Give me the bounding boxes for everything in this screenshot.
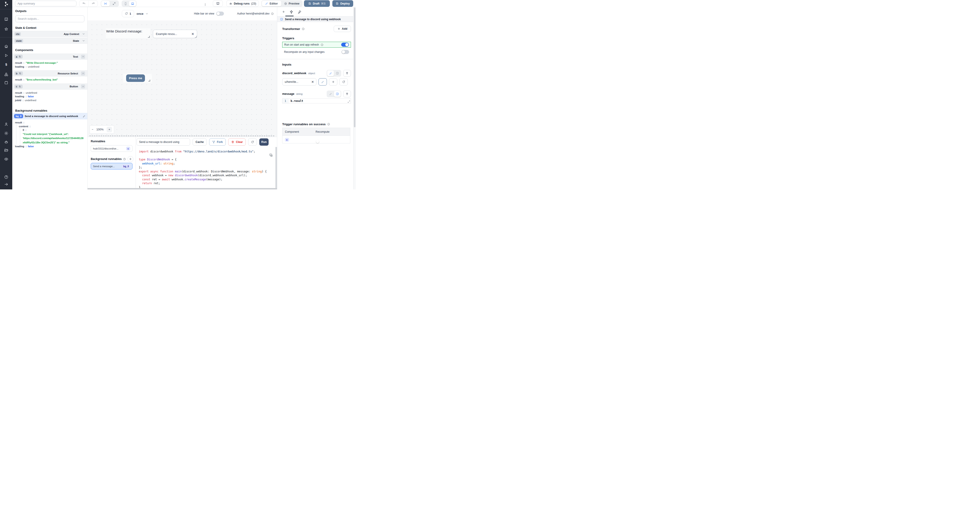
clear-x-icon[interactable]: ✕ <box>311 80 314 84</box>
run-mode-dropdown[interactable]: once <box>137 10 148 17</box>
refresh-count-button[interactable]: 1 <box>122 10 134 17</box>
draft-button[interactable]: Draft ⌘S <box>304 0 330 7</box>
add-resource-button[interactable] <box>329 78 337 86</box>
transformer-title: Transformer <box>282 27 300 30</box>
expression-editor[interactable]: 1 b.result <box>282 99 351 103</box>
docs-button[interactable] <box>213 0 223 7</box>
resource-picker[interactable]: u/henri/te... ✕ <box>282 78 317 86</box>
connect-input-button[interactable] <box>343 91 351 97</box>
component-header-b[interactable]: b Resource Select <box>12 70 88 76</box>
copy-code-icon[interactable] <box>269 153 273 157</box>
run-on-start-toggle[interactable] <box>341 43 349 47</box>
collapse-button[interactable] <box>81 72 85 76</box>
cubes-icon[interactable] <box>4 72 8 77</box>
recompute-toggle[interactable] <box>341 50 349 54</box>
mobile-view-button[interactable] <box>122 1 129 6</box>
hide-bar-toggle[interactable] <box>216 11 224 16</box>
author-label: Author henri@windmill.dev <box>237 12 269 15</box>
app-summary-input[interactable]: App summary <box>15 1 76 6</box>
input-name: message <box>282 92 294 95</box>
folder-icon[interactable] <box>4 148 8 153</box>
text-component-wrapper[interactable]: Write Discord message: <box>106 29 150 38</box>
fork-button[interactable]: Fork <box>209 138 226 146</box>
play-icon[interactable] <box>4 53 8 57</box>
windmill-app-editor: App summary Debug runs (23) Editor <box>0 0 356 189</box>
edit-resource-button[interactable] <box>318 78 327 86</box>
tab-editor[interactable]: Editor <box>262 1 281 6</box>
tab-add-component[interactable] <box>281 10 286 14</box>
resize-handle[interactable] <box>148 80 150 81</box>
chevron-down-icon[interactable] <box>82 39 85 42</box>
code-scrollbar[interactable] <box>275 147 277 188</box>
run-button[interactable]: Run <box>259 138 269 146</box>
refresh-resource-button[interactable] <box>339 78 348 86</box>
calendar-icon[interactable] <box>4 80 8 85</box>
building-icon[interactable] <box>4 17 8 21</box>
desktop-view-button[interactable] <box>129 1 136 6</box>
text-component[interactable]: Write Discord message: <box>106 29 150 33</box>
expand-editor-icon[interactable] <box>348 100 350 103</box>
clear-button[interactable]: Clear <box>228 138 246 146</box>
zoom-level: 100% <box>95 128 105 131</box>
clear-x-icon[interactable]: ✕ <box>191 32 194 36</box>
home-icon[interactable] <box>4 44 8 49</box>
tab-styling[interactable] <box>297 10 302 14</box>
search-outputs-input[interactable]: Search outputs... <box>15 16 84 22</box>
press-me-button[interactable]: Press me <box>126 75 145 82</box>
robot-icon[interactable] <box>4 140 8 144</box>
background-runnable-row[interactable]: bg_0 Send a message to discord using web… <box>12 113 88 119</box>
ctx-row[interactable]: ctx App Context <box>12 31 88 37</box>
resource-select-component[interactable]: Example resou... ✕ <box>153 30 197 38</box>
arrow-right-icon[interactable] <box>4 182 8 186</box>
static-mode-button[interactable] <box>327 70 334 76</box>
scrollbar-thumb[interactable] <box>354 8 355 127</box>
eye-icon[interactable] <box>4 157 8 161</box>
resource-picker-value: u/henri/te... <box>285 80 298 83</box>
chevron-down-icon[interactable] <box>82 32 85 35</box>
app-page[interactable]: Write Discord message: Example resou... … <box>89 22 274 136</box>
eval-mode-button[interactable]: f <box>334 70 341 76</box>
tab-component-settings[interactable] <box>289 10 294 14</box>
windmill-logo[interactable] <box>3 1 9 7</box>
state-row[interactable]: state State <box>12 38 88 44</box>
collapse-button[interactable] <box>81 55 85 59</box>
zoom-out-button[interactable]: − <box>92 128 93 131</box>
add-background-runnable-button[interactable] <box>127 156 134 162</box>
collapse-button[interactable] <box>81 84 85 89</box>
reload-button[interactable] <box>248 138 257 146</box>
bg0-label: Send a message to discord using webhook <box>25 115 81 118</box>
debug-runs-button[interactable]: Debug runs (23) <box>226 0 259 7</box>
eval-mode-button[interactable]: f <box>334 91 341 97</box>
component-header-a[interactable]: a Text <box>12 54 88 60</box>
star-icon[interactable] <box>4 27 8 31</box>
info-icon <box>302 27 305 30</box>
dollar-icon[interactable]: $ <box>4 62 8 67</box>
component-header-c[interactable]: c Button <box>12 83 88 90</box>
fullscreen-button[interactable] <box>110 1 118 6</box>
app-canvas[interactable]: Write Discord message: Example resou... … <box>88 21 277 137</box>
edit-pencil-icon[interactable] <box>83 115 86 118</box>
runnable-name-input[interactable]: Send a message to discord using <box>137 138 190 146</box>
tab-preview[interactable]: Preview <box>281 1 302 6</box>
background-runnable-item-selected[interactable]: Send a message... bg_0 <box>91 163 132 169</box>
resize-handle[interactable] <box>195 36 197 38</box>
static-mode-button[interactable] <box>327 91 334 97</box>
gear-icon[interactable] <box>4 131 8 135</box>
redo-button[interactable] <box>89 1 97 6</box>
more-menu-button[interactable] <box>204 2 207 8</box>
horizontal-scrollbar[interactable] <box>88 188 277 189</box>
right-panel-scrollbar[interactable] <box>353 7 356 189</box>
resize-handle[interactable] <box>148 36 150 38</box>
centered-layout-button[interactable] <box>101 1 110 6</box>
deploy-button[interactable]: Deploy <box>332 0 353 7</box>
undo-button[interactable] <box>80 1 89 6</box>
user-icon[interactable] <box>4 122 8 126</box>
code-editor[interactable]: import discordwebhook from "https://deno… <box>136 147 275 188</box>
cache-button[interactable]: Cache <box>192 138 207 146</box>
zoom-in-button[interactable]: + <box>107 127 112 132</box>
runnable-item[interactable]: hub/1511/discord/se... c <box>91 145 132 152</box>
connect-input-button[interactable] <box>343 70 351 77</box>
chevron-up-icon <box>82 85 84 88</box>
help-icon[interactable] <box>4 175 8 179</box>
add-transformer-button[interactable]: Add <box>334 25 351 32</box>
